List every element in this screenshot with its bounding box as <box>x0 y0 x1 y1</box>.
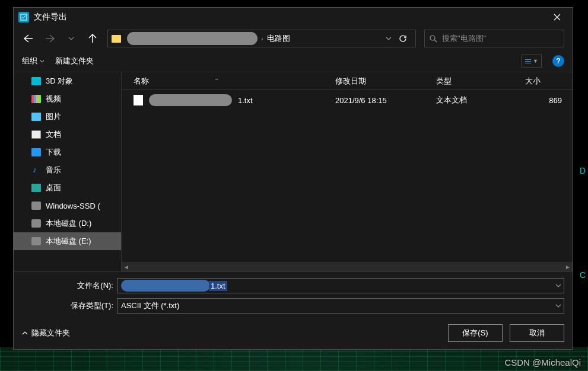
path-dropdown-icon[interactable] <box>386 37 392 40</box>
sidebar-item-label: 音乐 <box>46 165 61 175</box>
scroll-right-icon[interactable]: ► <box>563 264 573 270</box>
ico-pic-icon <box>31 113 41 121</box>
sidebar-item[interactable]: 图片 <box>14 108 121 126</box>
save-button[interactable]: 保存(S) <box>448 324 503 342</box>
help-button[interactable]: ? <box>552 55 564 67</box>
chevron-down-icon[interactable] <box>555 284 561 287</box>
cancel-button[interactable]: 取消 <box>510 324 564 342</box>
search-placeholder: 搜索"电路图" <box>442 33 486 44</box>
ico-3d-icon <box>31 77 41 85</box>
titlebar: 文件导出 <box>14 8 573 27</box>
filename-input[interactable]: 1.txt <box>117 278 564 293</box>
filetype-value: ASCII 文件 (*.txt) <box>121 300 179 311</box>
sidebar-item[interactable]: Windows-SSD ( <box>14 197 121 215</box>
filetype-select[interactable]: ASCII 文件 (*.txt) <box>117 298 564 314</box>
toolbar: 组织 新建文件夹 ▼ ? <box>14 50 573 72</box>
sidebar-item[interactable]: 本地磁盘 (D:) <box>14 215 121 232</box>
ico-desk-icon <box>31 184 41 192</box>
new-folder-button[interactable]: 新建文件夹 <box>55 56 94 66</box>
address-bar[interactable]: › 电路图 <box>107 30 416 47</box>
column-date[interactable]: 修改日期 <box>335 76 436 87</box>
sidebar-item[interactable]: 视频 <box>14 90 121 108</box>
svg-point-1 <box>430 36 435 40</box>
sidebar-item[interactable]: 桌面 <box>14 179 121 197</box>
file-size: 869 <box>525 96 573 105</box>
scroll-left-icon[interactable]: ◄ <box>122 264 131 270</box>
ico-disk-icon <box>31 219 41 228</box>
column-type[interactable]: 类型 <box>436 76 525 87</box>
filename-redacted <box>149 94 232 106</box>
filetype-label: 保存类型(T): <box>22 300 117 311</box>
sidebar-item-label: 视频 <box>46 94 61 104</box>
bottom-panel: 文件名(N): 1.txt 保存类型(T): ASCII 文件 (*.txt) … <box>14 271 573 349</box>
search-icon <box>430 35 437 43</box>
file-type: 文本文档 <box>436 95 525 105</box>
column-headers: 名称⌃ 修改日期 类型 大小 <box>122 72 573 90</box>
column-name[interactable]: 名称⌃ <box>134 76 335 87</box>
file-name-suffix: 1.txt <box>238 96 253 105</box>
horizontal-scrollbar[interactable]: ◄ ► <box>122 262 573 271</box>
organize-button[interactable]: 组织 <box>22 56 45 66</box>
ico-disk-icon <box>31 237 41 245</box>
ico-doc-icon <box>31 130 41 139</box>
sidebar-item-label: 3D 对象 <box>46 76 73 87</box>
filename-suffix: 1.txt <box>209 281 227 291</box>
recent-dropdown[interactable] <box>65 32 78 45</box>
sidebar: 3D 对象视频图片文档下载音乐桌面Windows-SSD (本地磁盘 (D:)本… <box>14 72 122 271</box>
sidebar-item[interactable]: 音乐 <box>14 161 121 179</box>
filename-redacted <box>121 280 210 292</box>
file-area: 名称⌃ 修改日期 类型 大小 1.txt2021/9/6 18:15文本文档86… <box>122 72 573 271</box>
ico-disk-icon <box>31 202 41 210</box>
sidebar-item-label: 下载 <box>46 147 61 158</box>
watermark: CSDN @MichealQi <box>504 357 581 367</box>
filename-label: 文件名(N): <box>22 280 117 291</box>
dialog-title: 文件导出 <box>34 12 546 23</box>
up-button[interactable] <box>86 32 99 45</box>
sidebar-item-label: 桌面 <box>46 183 61 193</box>
app-icon <box>18 12 29 23</box>
folder-icon <box>112 35 121 43</box>
refresh-button[interactable] <box>399 34 412 43</box>
sidebar-item[interactable]: 3D 对象 <box>14 72 121 90</box>
close-button[interactable] <box>546 9 568 25</box>
file-row[interactable]: 1.txt2021/9/6 18:15文本文档869 <box>122 90 573 110</box>
column-size[interactable]: 大小 <box>525 76 573 87</box>
sidebar-item-label: 本地磁盘 (D:) <box>46 218 91 229</box>
chevron-right-icon: › <box>261 35 263 42</box>
background-circuit <box>0 347 588 371</box>
ico-video-icon <box>31 95 41 103</box>
ico-dl-icon <box>31 148 41 156</box>
chevron-down-icon: ▼ <box>533 58 538 64</box>
search-box[interactable]: 搜索"电路图" <box>424 30 564 47</box>
file-list[interactable]: 1.txt2021/9/6 18:15文本文档869 <box>122 90 573 262</box>
dialog-body: 3D 对象视频图片文档下载音乐桌面Windows-SSD (本地磁盘 (D:)本… <box>14 72 573 271</box>
sidebar-item-label: Windows-SSD ( <box>46 202 100 210</box>
back-button[interactable] <box>22 32 35 45</box>
bg-label-d: D <box>580 166 586 175</box>
chevron-up-icon <box>22 331 28 335</box>
list-icon <box>525 59 531 63</box>
sidebar-item[interactable]: 文档 <box>14 126 121 143</box>
nav-bar: › 电路图 搜索"电路图" <box>14 27 573 50</box>
sidebar-item[interactable]: 本地磁盘 (E:) <box>14 232 121 250</box>
ico-music-icon <box>31 166 41 174</box>
sidebar-item-label: 文档 <box>46 129 61 140</box>
sort-asc-icon: ⌃ <box>214 78 219 84</box>
file-export-dialog: 文件导出 › 电路图 搜索"电路图" 组织 新建文件夹 ▼ ? <box>13 7 573 350</box>
text-file-icon <box>134 95 143 105</box>
path-segment[interactable]: 电路图 <box>267 33 290 44</box>
chevron-down-icon <box>40 60 45 63</box>
file-date: 2021/9/6 18:15 <box>335 96 436 105</box>
sidebar-item-label: 本地磁盘 (E:) <box>46 236 91 247</box>
sidebar-item-label: 图片 <box>46 111 61 122</box>
hide-folders-toggle[interactable]: 隐藏文件夹 <box>22 328 70 338</box>
sidebar-item[interactable]: 下载 <box>14 143 121 161</box>
view-options-button[interactable]: ▼ <box>522 55 542 68</box>
close-icon <box>554 14 561 21</box>
forward-button[interactable] <box>43 32 56 45</box>
chevron-down-icon[interactable] <box>555 304 561 308</box>
path-redacted <box>127 32 258 45</box>
bg-label-c: C <box>580 270 586 280</box>
